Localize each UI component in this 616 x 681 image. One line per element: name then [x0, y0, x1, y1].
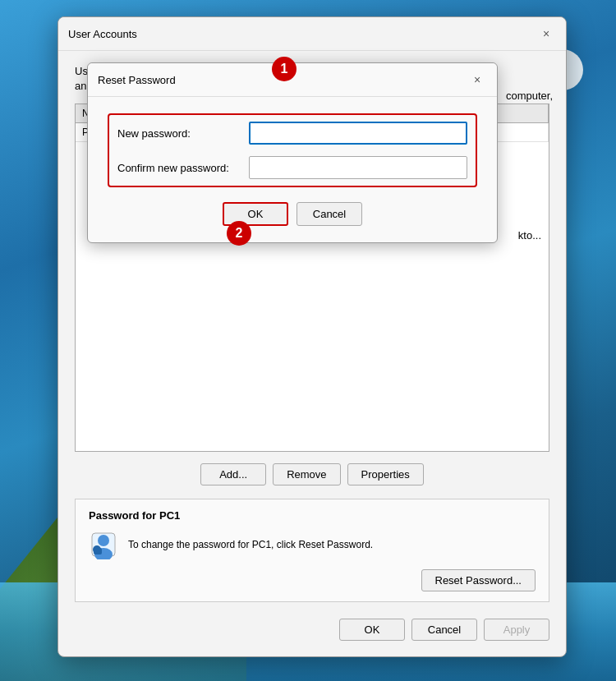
- add-button[interactable]: Add...: [200, 463, 266, 485]
- new-password-label: New password:: [117, 127, 249, 140]
- window-title: User Accounts: [68, 28, 137, 40]
- dialog-title: Reset Password: [98, 74, 176, 86]
- new-password-input[interactable]: [249, 122, 467, 145]
- inputs-red-box: New password: Confirm new password:: [108, 113, 477, 187]
- svg-rect-4: [94, 548, 102, 554]
- remove-button[interactable]: Remove: [273, 463, 340, 485]
- bg-text-kto: kto...: [518, 229, 541, 242]
- dialog-content: New password: Confirm new password: OK C…: [88, 97, 497, 242]
- password-section: Password for PC1 To change the password …: [75, 499, 549, 602]
- window-titlebar: User Accounts ×: [58, 17, 566, 51]
- ok-button[interactable]: OK: [339, 619, 405, 641]
- step-badge-1: 1: [272, 57, 297, 81]
- table-action-buttons: Add... Remove Properties: [75, 463, 549, 485]
- confirm-password-wrapper: [249, 156, 467, 179]
- svg-point-1: [98, 535, 109, 546]
- confirm-password-group: Confirm new password:: [117, 156, 467, 179]
- password-description: To change the password for PC1, click Re…: [128, 539, 373, 550]
- password-info: To change the password for PC1, click Re…: [89, 530, 536, 559]
- reset-btn-row: Reset Password...: [89, 569, 536, 591]
- user-avatar-icon: [89, 530, 118, 559]
- bg-text-computer: computer,: [506, 90, 553, 102]
- reset-password-dialog: Reset Password × New password: Confirm n…: [87, 62, 498, 243]
- apply-button[interactable]: Apply: [484, 619, 549, 641]
- window-close-button[interactable]: ×: [536, 24, 556, 44]
- confirm-password-label: Confirm new password:: [117, 162, 249, 174]
- footer-buttons: OK Cancel Apply: [75, 615, 549, 641]
- cancel-button[interactable]: Cancel: [411, 619, 477, 641]
- dialog-cancel-button[interactable]: Cancel: [297, 202, 362, 226]
- dialog-close-button[interactable]: ×: [467, 70, 487, 90]
- dialog-buttons: OK Cancel: [108, 199, 477, 226]
- properties-button[interactable]: Properties: [347, 463, 424, 485]
- step-badge-2: 2: [227, 221, 251, 246]
- confirm-password-input[interactable]: [249, 156, 467, 179]
- new-password-group: New password:: [117, 122, 467, 145]
- password-section-title: Password for PC1: [89, 509, 536, 522]
- new-password-wrapper: [249, 122, 467, 145]
- reset-password-button[interactable]: Reset Password...: [421, 569, 536, 591]
- user-accounts-window: User Accounts × Use the list below to gr…: [57, 16, 567, 657]
